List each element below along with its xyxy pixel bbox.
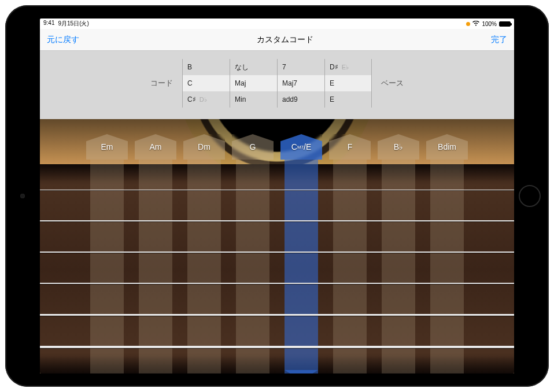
chord-column[interactable]: CM7/E (279, 134, 323, 373)
chord-strip[interactable] (285, 160, 318, 373)
battery-icon (499, 21, 511, 27)
chord-strip[interactable] (90, 160, 124, 373)
chord-column[interactable]: Am (134, 134, 178, 373)
chord-strip[interactable] (382, 160, 415, 373)
picker-option[interactable]: C♯D♭ (183, 91, 230, 108)
status-bar: 9:41 9月15日(火) 100% (40, 19, 514, 29)
wifi-icon (472, 21, 479, 27)
chord-tab[interactable]: Em (86, 134, 128, 160)
picker-option[interactable]: E (325, 91, 371, 108)
picker-option[interactable]: C (183, 75, 230, 91)
chord-column[interactable]: Dm (182, 134, 226, 373)
picker-option[interactable]: Maj (230, 75, 277, 91)
status-date: 9月15日(火) (58, 20, 88, 28)
picker-column[interactable]: 7Maj7add9 (277, 59, 324, 108)
screen: 9:41 9月15日(火) 100% 元に戻す カスタムコード 完了 コード B… (40, 19, 514, 373)
chord-column[interactable]: B♭ (376, 134, 420, 373)
chord-tab[interactable]: B♭ (378, 134, 419, 160)
picker-column[interactable]: D♯E♭EE (324, 59, 372, 108)
picker-option[interactable]: E (325, 75, 371, 91)
picker-option[interactable]: D♯E♭ (325, 59, 371, 75)
chord-tab[interactable]: CM7/E (280, 134, 322, 160)
chord-strip[interactable] (236, 160, 269, 373)
chord-column[interactable]: Em (85, 134, 129, 373)
page-title: カスタムコード (79, 35, 491, 45)
camera-dot (20, 194, 25, 198)
nav-bar: 元に戻す カスタムコード 完了 (40, 29, 514, 51)
picker-label-chord: コード (147, 78, 176, 88)
chord-tab[interactable]: G (232, 134, 274, 160)
done-button[interactable]: 完了 (491, 35, 507, 45)
chord-tab[interactable]: F (329, 134, 371, 160)
ipad-frame: 9:41 9月15日(火) 100% 元に戻す カスタムコード 完了 コード B… (5, 5, 549, 387)
chord-strip[interactable] (333, 160, 367, 373)
picker-label-bass: ベース (378, 78, 407, 88)
chord-column[interactable]: G (231, 134, 275, 373)
chord-tab[interactable]: Dm (183, 134, 225, 160)
picker-option[interactable]: add9 (278, 91, 324, 108)
picker-column[interactable]: なしMajMin (230, 59, 277, 108)
picker-option[interactable]: Maj7 (278, 75, 324, 91)
chord-strip[interactable] (187, 160, 221, 373)
chord-tab[interactable]: Am (135, 134, 176, 160)
chord-column[interactable]: Bdim (425, 134, 469, 373)
chord-column[interactable]: F (328, 134, 372, 373)
chord-strip[interactable] (139, 160, 172, 373)
undo-button[interactable]: 元に戻す (47, 35, 79, 45)
chord-picker: コード BCC♯D♭なしMajMin7Maj7add9D♯E♭EE ベース (40, 51, 514, 119)
chord-strip[interactable] (430, 160, 464, 373)
picker-option[interactable]: 7 (278, 59, 324, 75)
recording-indicator-icon (466, 22, 470, 26)
status-time: 9:41 (43, 20, 54, 28)
picker-option[interactable]: Min (230, 91, 277, 108)
home-button[interactable] (519, 185, 541, 207)
guitar-fretboard: EmAmDmGCM7/EFB♭Bdim (40, 119, 514, 373)
picker-option[interactable]: B (183, 59, 230, 75)
picker-column[interactable]: BCC♯D♭ (182, 59, 230, 108)
chord-tab[interactable]: Bdim (426, 134, 468, 160)
picker-option[interactable]: なし (230, 59, 277, 75)
battery-pct: 100% (482, 21, 497, 27)
